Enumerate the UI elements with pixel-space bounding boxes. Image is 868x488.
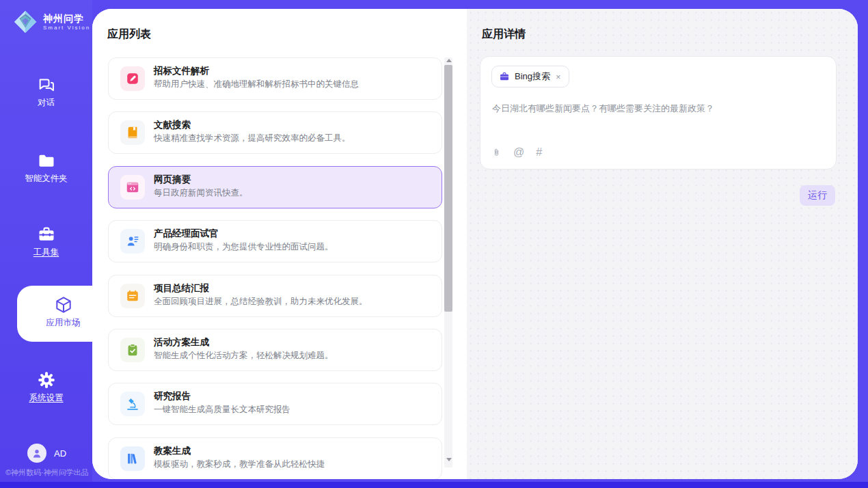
user-account[interactable]: AD [27,444,66,463]
app-card-desc: 全面回顾项目进展，总结经验教训，助力未来优化发展。 [154,296,368,308]
run-button[interactable]: 运行 [800,185,835,206]
app-card-desc: 快速精准查找学术资源，提高研究效率的必备工具。 [154,133,351,144]
book-icon [120,120,145,145]
avatar [27,444,46,463]
app-card[interactable]: 研究报告 一键智能生成高质量长文本研究报告 [108,383,442,425]
app-card[interactable]: 项目总结汇报 全面回顾项目进展，总结经验教训，助力未来优化发展。 [108,275,442,317]
at-sign-icon[interactable]: @ [513,146,524,159]
browser-code-icon [120,175,145,200]
app-card[interactable]: 网页摘要 每日政府新闻资讯快查。 [108,166,442,208]
app-card-title: 活动方案生成 [154,336,209,349]
app-card[interactable]: 文献搜索 快速精准查找学术资源，提高研究效率的必备工具。 [108,111,442,154]
app-card-desc: 明确身份和职责，为您提供专业性的面试问题。 [154,241,334,253]
sidebar-item-toolset[interactable]: 工具集 [0,225,92,258]
toolbox-icon [37,225,56,244]
scrollbar-up-arrow-icon[interactable] [446,59,452,62]
query-input[interactable]: 今日湖北有哪些新闻要点？有哪些需要关注的最新政策？ [492,102,824,115]
app-card-title: 研究报告 [154,390,191,403]
composer-card: Bing搜索 × 今日湖北有哪些新闻要点？有哪些需要关注的最新政策？ @ # [480,56,837,170]
app-card-desc: 每日政府新闻资讯快查。 [154,187,248,199]
app-list-title: 应用列表 [107,27,151,42]
app-card-title: 产品经理面试官 [154,228,219,240]
diamond-logo-icon [12,9,38,35]
app-list-panel: 应用列表 招标文件解析 帮助用户快速、准确地理解和解析招标书中的关键信息 文献搜… [92,9,467,479]
app-detail-panel: 应用详情 Bing搜索 × 今日湖北有哪些新闻要点？有哪些需要关注的最新政策？ [467,9,858,479]
app-card-title: 网页摘要 [154,174,191,186]
sidebar: 神州问学 Smart Vision 对话 智能文件夹 [0,0,92,488]
chat-icon [37,75,56,94]
app-detail-title: 应用详情 [482,27,526,42]
sidebar-item-settings[interactable]: 系统设置 [0,370,92,404]
app-card-desc: 帮助用户快速、准确地理解和解析招标书中的关键信息 [154,79,359,90]
brand-name: 神州问学 [43,13,90,25]
folder-icon [37,151,56,170]
calendar-icon [120,284,145,308]
app-card-desc: 一键智能生成高质量长文本研究报告 [154,404,290,416]
app-card-desc: 智能生成个性化活动方案，轻松解决规划难题。 [154,350,334,362]
chip-close-icon[interactable]: × [555,72,562,81]
app-card-desc: 模板驱动，教案秒成，教学准备从此轻松快捷 [154,459,325,470]
bottom-accent-bar [0,482,868,488]
briefcase-icon [499,71,510,82]
scrollbar-down-arrow-icon[interactable] [446,458,452,461]
sidebar-item-chat[interactable]: 对话 [0,75,92,109]
user-name: AD [54,448,66,459]
app-card-title: 文献搜索 [154,119,191,131]
person-icon [31,447,43,459]
app-card[interactable]: 产品经理面试官 明确身份和职责，为您提供专业性的面试问题。 [108,220,442,262]
sidebar-item-smart-folder[interactable]: 智能文件夹 [0,151,92,185]
brand-subtitle: Smart Vision [43,25,90,31]
edit-pen-icon [120,66,145,91]
cube-icon [54,295,73,314]
scrollbar-thumb[interactable] [444,65,452,312]
paperclip-icon[interactable] [491,146,502,159]
app-logo: 神州问学 Smart Vision [12,9,90,35]
gear-icon [37,370,56,390]
app-card-title: 教案生成 [154,445,191,457]
tool-chip-bing-search[interactable]: Bing搜索 × [491,66,569,87]
clipboard-check-icon [120,338,145,362]
app-card[interactable]: 招标文件解析 帮助用户快速、准确地理解和解析招标书中的关键信息 [108,57,442,100]
app-card-title: 招标文件解析 [154,65,209,77]
app-card[interactable]: 教案生成 模板驱动，教案秒成，教学准备从此轻松快捷 [108,437,442,479]
sidebar-footer-text: ©神州数码·神州问学出品 [5,467,89,478]
books-icon [120,446,145,471]
hash-icon[interactable]: # [536,146,542,159]
main-content: 应用列表 招标文件解析 帮助用户快速、准确地理解和解析招标书中的关键信息 文献搜… [92,9,858,479]
tool-chip-label: Bing搜索 [515,70,550,83]
app-card-title: 项目总结汇报 [154,282,209,295]
app-card[interactable]: 活动方案生成 智能生成个性化活动方案，轻松解决规划难题。 [108,329,442,371]
interviewer-icon [120,229,145,254]
microscope-icon [120,392,145,416]
